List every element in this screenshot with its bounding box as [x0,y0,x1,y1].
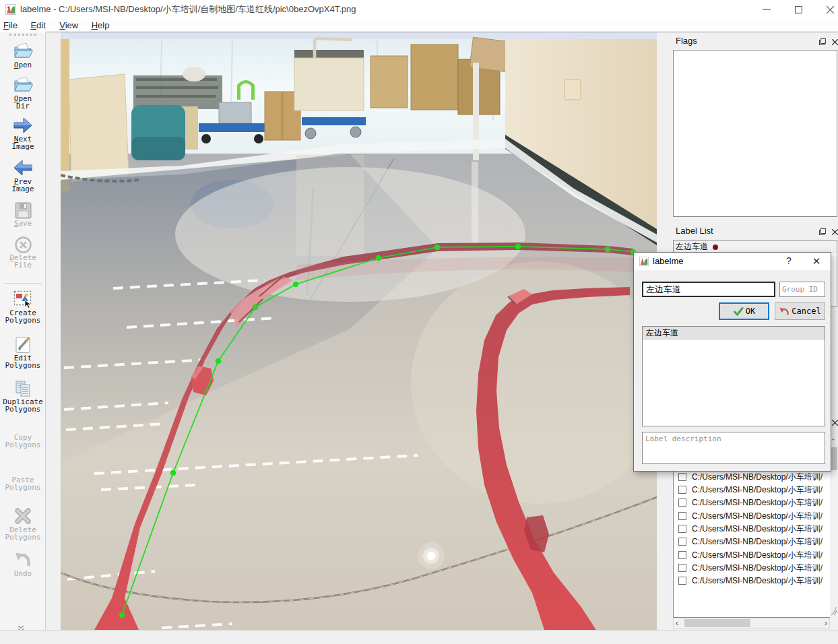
prev-arrow-icon [13,158,33,178]
toolbar-paste-polygons[interactable]: Paste Polygons [0,476,46,491]
scroll-right-icon[interactable]: › [825,618,827,628]
label-description-input[interactable] [642,432,825,464]
file-checkbox[interactable] [678,512,686,520]
flags-list[interactable] [673,50,837,217]
toolbar-next-image[interactable]: Next Image [0,115,46,150]
size-grip[interactable] [829,606,837,616]
polygon-vertex[interactable] [605,247,611,253]
file-list-item[interactable]: C:/Users/MSI-NB/Desktop/小车培训/ [674,549,830,562]
file-checkbox[interactable] [678,564,686,572]
image-canvas[interactable] [61,32,657,630]
file-checkbox[interactable] [678,525,686,533]
file-checkbox[interactable] [678,538,686,546]
cart-wheel [350,127,361,137]
left-shelf [61,39,69,191]
dialog-title: labelme [653,256,684,266]
toolbar-undo[interactable]: Undo [0,550,46,577]
toolbar-open[interactable]: Open [0,41,46,69]
flags-float-icon[interactable] [819,37,826,47]
file-list-item[interactable]: C:/Users/MSI-NB/Desktop/小车培训/ [674,536,830,548]
cart-top [294,50,364,59]
minimize-button[interactable] [755,0,778,19]
flags-dock-titlebar: Flags [672,34,838,49]
file-checkbox[interactable] [678,498,686,507]
file-list-item[interactable]: C:/Users/MSI-NB/Desktop/小车培训/ [674,523,830,536]
file-path-label: C:/Users/MSI-NB/Desktop/小车培训/ [692,510,823,523]
cancel-button-label: Cancel [792,307,820,316]
label-options-list[interactable]: 左边车道 [642,326,825,426]
cancel-arrow-icon [779,307,789,316]
file-list-item[interactable]: C:/Users/MSI-NB/Desktop/小车培训/ [674,575,830,587]
save-floppy-icon [14,201,32,220]
close-button[interactable] [818,0,838,19]
file-checkbox[interactable] [678,577,686,585]
file-path-label: C:/Users/MSI-NB/Desktop/小车培训/ [692,496,823,509]
cancel-button[interactable]: Cancel [775,302,825,320]
flags-dock-title: Flags [676,36,697,46]
stacked-boxes [411,44,458,110]
menu-help[interactable]: Help [92,20,110,30]
label-list-float-icon[interactable] [819,227,826,237]
toolbar-copy-polygons[interactable]: Copy Polygons [0,434,46,449]
file-list-hscrollbar[interactable]: ‹ › [673,618,830,629]
file-path-label: C:/Users/MSI-NB/Desktop/小车培训/ [692,484,823,496]
polygon-vertex[interactable] [119,612,125,618]
polygon-vertex[interactable] [293,282,299,288]
file-list-item[interactable]: C:/Users/MSI-NB/Desktop/小车培训/ [674,484,830,496]
edit-polygons-icon [13,335,32,354]
open-folder-icon [13,41,33,61]
toolbar-create-polygons[interactable]: Create Polygons [0,289,46,324]
flags-close-icon[interactable] [832,37,838,47]
polygon-vertex[interactable] [253,304,259,311]
file-dock-close-icon[interactable] [832,416,838,428]
minimize-icon [763,6,771,13]
maximize-button[interactable] [787,0,810,19]
polygon-vertex[interactable] [216,358,222,364]
hscroll-thumb[interactable] [684,619,750,627]
label-dialog: labelme ? ✕ OK Cancel 左边车道 [633,252,831,472]
file-list-item[interactable]: C:/Users/MSI-NB/Desktop/小车培训/ [674,562,830,575]
toolbar-edit-polygons[interactable]: Edit Polygons [0,335,46,369]
stacked-boxes [370,56,408,108]
group-id-input[interactable] [779,282,825,297]
file-checkbox[interactable] [678,473,686,481]
dialog-close-button[interactable]: ✕ [809,255,824,267]
file-path-label: C:/Users/MSI-NB/Desktop/小车培训/ [692,536,823,548]
polygon-vertex[interactable] [170,470,176,476]
menu-edit[interactable]: Edit [30,20,45,30]
label-list-dock-titlebar: Label List [672,224,838,239]
toolbar-prev-image[interactable]: Prev Image [0,158,46,193]
label-option-selected[interactable]: 左边车道 [643,327,825,340]
label-name-input[interactable] [642,282,775,297]
menu-view[interactable]: View [59,20,78,30]
label-list-dock-title: Label List [676,226,713,236]
polygon-vertex[interactable] [434,245,441,251]
file-list-item[interactable]: C:/Users/MSI-NB/Desktop/小车培训/ [674,510,830,523]
file-checkbox[interactable] [678,551,686,559]
teal-ottoman-shadow [131,137,185,160]
toolbar-open-dir[interactable]: Open Dir [0,75,46,110]
scroll-left-icon[interactable]: ‹ [676,618,678,628]
ok-button[interactable]: OK [719,302,769,320]
scroll-up-icon[interactable]: ⌃ [831,438,836,445]
dialog-help-button[interactable]: ? [782,255,796,266]
file-list-item[interactable]: C:/Users/MSI-NB/Desktop/小车培训/ [674,471,830,484]
polygon-vertex[interactable] [376,255,382,261]
toolbar-delete-polygons[interactable]: Delete Polygons [0,506,46,541]
file-list-item[interactable]: C:/Users/MSI-NB/Desktop/小车培训/ [674,496,830,509]
toolbar-separator [4,283,42,284]
dialog-titlebar: labelme ? ✕ [634,253,831,270]
toolbar-save[interactable]: Save [0,201,46,227]
window-title: labelme - C:/Users/MSI-NB/Desktop/小车培训/自… [20,0,356,19]
polygon-vertex[interactable] [515,244,521,250]
toolbar-duplicate-polygons[interactable]: Duplicate Polygons [0,379,46,413]
menu-file[interactable]: File [3,20,18,30]
toolbar-drag-handle[interactable] [9,34,36,36]
vscroll-thumb[interactable] [831,447,837,470]
title-bar: labelme - C:/Users/MSI-NB/Desktop/小车培训/自… [0,0,838,19]
toolbar-delete-file[interactable]: Delete File [0,236,46,269]
label-list-close-icon[interactable] [832,227,838,237]
ok-check-icon [733,307,744,316]
delete-file-icon [14,236,32,254]
file-checkbox[interactable] [678,486,686,494]
